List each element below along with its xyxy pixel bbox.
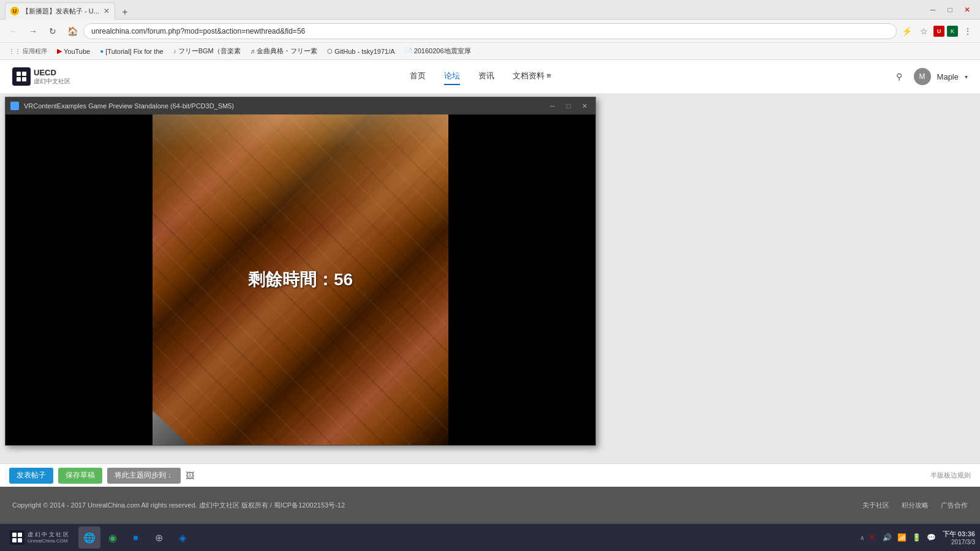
tutorial-icon: ● — [100, 48, 104, 54]
start-text: 虚 幻 中 文 社 区 — [28, 531, 69, 538]
chrome-icon: ◉ — [108, 532, 117, 544]
site-header: UECD 虚幻中文社区 首页 论坛 资讯 文档资料 ≡ ⚲ M Maple ▾ — [0, 60, 980, 94]
minimize-button[interactable]: ─ — [925, 2, 941, 18]
browser-window-controls: ─ □ ✕ — [924, 2, 980, 18]
user-dropdown-icon[interactable]: ▾ — [965, 73, 968, 80]
bookmark-map[interactable]: 📄 20160206地震室厚 — [401, 45, 475, 57]
nav-docs[interactable]: 文档资料 ≡ — [513, 68, 551, 85]
start-subtext: UnrealChina.COM — [28, 538, 69, 544]
start-menu-button[interactable]: 虚 幻 中 文 社 区 UnrealChina.COM — [5, 528, 74, 547]
taskbar-app1-icon[interactable]: ■ — [125, 527, 147, 549]
game-viewport: 剩餘時間：56 — [6, 114, 595, 445]
start-icon — [10, 530, 24, 545]
active-tab[interactable]: U 【新播題】发表帖子 - U... ✕ — [5, 2, 115, 20]
bookmark-youtube-label: YouTube — [64, 48, 90, 55]
game-titlebar: VRContentExamples Game Preview Standalon… — [6, 97, 595, 114]
logo-icon — [12, 67, 31, 86]
address-bar[interactable] — [83, 23, 897, 39]
bgm1-icon: ♪ — [173, 48, 176, 54]
game-window-controls: ─ □ ✕ — [546, 101, 590, 111]
maximize-button[interactable]: □ — [942, 2, 958, 18]
uecd-start-icon — [12, 532, 23, 543]
start-text-block: 虚 幻 中 文 社 区 UnrealChina.COM — [28, 531, 69, 544]
game-minimize-button[interactable]: ─ — [546, 101, 559, 111]
app1-icon: ■ — [133, 533, 138, 542]
svg-rect-3 — [22, 77, 26, 81]
music-icon: ♬ — [251, 48, 255, 54]
app2-icon: ⊕ — [155, 532, 163, 544]
nav-news[interactable]: 资讯 — [478, 68, 494, 85]
tray-kaspersky-icon[interactable]: K — [867, 531, 879, 544]
footer-link-score[interactable]: 积分攻略 — [902, 501, 929, 510]
extensions-icon[interactable]: ⚡ — [899, 24, 914, 39]
bookmark-youtube[interactable]: ▶ YouTube — [53, 46, 94, 56]
save-draft-button[interactable]: 保存草稿 — [58, 468, 102, 484]
svg-rect-8 — [18, 538, 22, 542]
uecd-logo-svg — [15, 70, 28, 83]
forward-button[interactable]: → — [24, 23, 42, 40]
svg-rect-6 — [18, 533, 22, 537]
bookmark-tutorial[interactable]: ● [Tutorial] Fix for the — [96, 47, 167, 56]
game-window-title: VRContentExamples Game Preview Standalon… — [24, 102, 541, 110]
page-bottom-right-text: 半版板边规则 — [930, 471, 971, 480]
timer-display: 剩餘時間：56 — [248, 268, 353, 291]
logo-subtitle: 虚幻中文社区 — [34, 78, 70, 85]
game-close-button[interactable]: ✕ — [578, 101, 590, 111]
footer-link-ads[interactable]: 广告合作 — [941, 501, 968, 510]
bookmark-github[interactable]: ⬡ GitHub - tsky1971/A — [323, 47, 398, 56]
map-icon: 📄 — [405, 48, 412, 54]
footer-link-about[interactable]: 关于社区 — [862, 501, 889, 510]
bookmark-music[interactable]: ♬ 金曲典格・フリー素 — [247, 45, 322, 57]
tab-bar: U 【新播題】发表帖子 - U... ✕ + — [0, 0, 132, 20]
svg-rect-1 — [22, 72, 26, 76]
nav-home[interactable]: 首页 — [410, 68, 426, 85]
tray-battery-icon[interactable]: 🔋 — [911, 531, 923, 544]
reload-button[interactable]: ↻ — [44, 23, 61, 40]
tray-network-icon[interactable]: 📶 — [896, 531, 908, 544]
back-button[interactable]: ← — [5, 23, 22, 40]
tray-expand-button[interactable]: ∧ — [860, 534, 864, 541]
apps-grid-icon: ⋮⋮ — [9, 48, 21, 54]
tab-close-button[interactable]: ✕ — [104, 7, 110, 15]
svg-rect-7 — [12, 538, 17, 542]
footer-copyright: Copyright © 2014 - 2017 UnrealChina.com … — [12, 501, 345, 510]
nav-forum[interactable]: 论坛 — [444, 68, 460, 85]
tray-icons: ∧ K 🔊 📶 🔋 💬 — [860, 531, 938, 544]
browser-titlebar: U 【新播題】发表帖子 - U... ✕ + ─ □ ✕ — [0, 0, 980, 20]
taskbar: 虚 幻 中 文 社 区 UnrealChina.COM 🌐 ◉ ■ ⊕ ◈ — [0, 523, 980, 551]
user-name[interactable]: Maple — [937, 72, 959, 81]
user-avatar: M — [914, 68, 931, 85]
site-search-button[interactable]: ⚲ — [891, 68, 908, 85]
taskbar-browser-icon[interactable]: 🌐 — [78, 527, 100, 549]
page-content: UECD 虚幻中文社区 首页 论坛 资讯 文档资料 ≡ ⚲ M Maple ▾ — [0, 60, 980, 523]
menu-icon[interactable]: ⋮ — [960, 24, 975, 39]
sync-button[interactable]: 将此主题同步到： — [107, 468, 181, 484]
svg-rect-5 — [12, 533, 17, 537]
tray-volume-icon[interactable]: 🔊 — [881, 531, 894, 544]
uecd-extension-icon[interactable]: U — [933, 26, 944, 37]
close-button[interactable]: ✕ — [959, 2, 975, 18]
taskbar-app2-icon[interactable]: ⊕ — [148, 527, 170, 549]
youtube-icon: ▶ — [57, 47, 62, 55]
taskbar-unreal-icon[interactable]: ◈ — [172, 527, 194, 549]
post-button[interactable]: 发表帖子 — [9, 468, 53, 484]
bookmark-bgm1[interactable]: ♪ フリーBGM（音楽素 — [170, 45, 244, 57]
timer-value: 56 — [334, 270, 353, 289]
svg-rect-2 — [17, 77, 21, 81]
site-logo: UECD 虚幻中文社区 — [12, 67, 70, 86]
game-maximize-button[interactable]: □ — [562, 101, 575, 111]
star-icon[interactable]: ☆ — [916, 24, 931, 39]
unreal-icon: ◈ — [179, 532, 186, 544]
new-tab-button[interactable]: + — [118, 5, 132, 20]
bookmark-apps[interactable]: ⋮⋮ 应用程序 — [5, 46, 51, 57]
bookmark-map-label: 20160206地震室厚 — [414, 47, 471, 56]
bookmark-bgm1-label: フリーBGM（音楽素 — [178, 47, 241, 56]
page-bottom-bar: 发表帖子 保存草稿 将此主题同步到： 🖼 半版板边规则 — [0, 463, 980, 487]
system-clock[interactable]: 下午 03:36 2017/3/3 — [943, 530, 975, 545]
wood-highlight — [153, 114, 448, 230]
taskbar-chrome-icon[interactable]: ◉ — [102, 527, 124, 549]
tray-notification-icon[interactable]: 💬 — [925, 531, 938, 544]
kaspersky-icon[interactable]: K — [947, 26, 958, 37]
home-button[interactable]: 🏠 — [64, 23, 81, 40]
game-preview-window[interactable]: VRContentExamples Game Preview Standalon… — [5, 97, 596, 446]
